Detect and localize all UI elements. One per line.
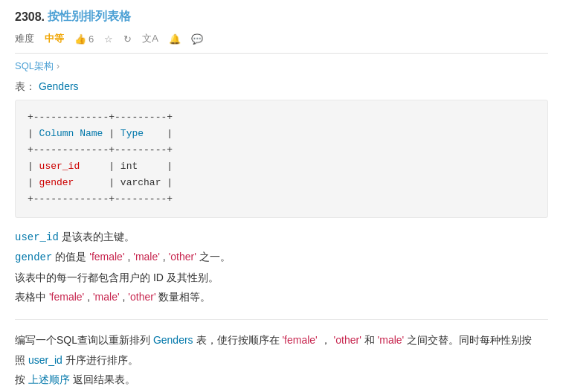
refresh-icon[interactable]: ↻ (123, 33, 132, 45)
gender-code: gender (15, 251, 52, 263)
genders-highlight: Genders (153, 334, 193, 346)
description-block: user_id 是该表的主键。 gender 的值是 'female' , 'm… (15, 227, 548, 307)
col-gender: gender (39, 177, 74, 188)
difficulty-label: 难度 (15, 32, 34, 45)
breadcrumb: SQL架构 › (15, 60, 548, 73)
table-label-row: 表： Genders (15, 80, 548, 94)
val-female: 'female' (89, 251, 124, 263)
breadcrumb-link[interactable]: SQL架构 (15, 60, 54, 73)
schema-code-block: +-------------+---------+ | Column Name … (15, 100, 548, 218)
q-female: 'female' (282, 334, 317, 346)
page-container: 2308. 按性别排列表格 难度 中等 👍 6 ☆ ↻ 文A 🔔 💬 SQL架构… (0, 0, 563, 392)
title-row: 2308. 按性别排列表格 (15, 9, 548, 25)
q-other: 'other' (334, 334, 361, 346)
breadcrumb-arrow: › (57, 61, 59, 71)
val-female2: 'female' (49, 291, 84, 303)
like-icon[interactable]: 👍 6 (74, 33, 94, 45)
task-block: 编写一个SQL查询以重新排列 Genders 表，使行按顺序在 'female'… (15, 330, 548, 392)
task-line3: 按 上述顺序 返回结果表。 (15, 370, 548, 390)
desc-line1: user_id 是该表的主键。 (15, 227, 548, 248)
bell-icon[interactable]: 🔔 (169, 33, 181, 45)
top-divider (15, 53, 548, 54)
problem-number: 2308. (15, 10, 45, 24)
col-userid: user_id (39, 161, 80, 172)
meta-row: 难度 中等 👍 6 ☆ ↻ 文A 🔔 💬 (15, 32, 548, 45)
problem-title[interactable]: 按性别排列表格 (48, 9, 131, 25)
desc-line4: 表格中 'female' , 'male' , 'other' 数量相等。 (15, 287, 548, 307)
order-highlight: 上述顺序 (28, 373, 70, 385)
thumbs-up-icon: 👍 (74, 33, 86, 45)
comment-icon[interactable]: 💬 (191, 33, 203, 45)
q-male: 'male' (378, 334, 405, 346)
val-male: 'male' (133, 251, 160, 263)
task-line2: 照 user_id 升序进行排序。 (15, 350, 548, 370)
val-other: 'other' (169, 251, 196, 263)
desc-line2: gender 的值是 'female' , 'male' , 'other' 之… (15, 247, 548, 268)
table-name: Genders (39, 80, 79, 92)
difficulty-value[interactable]: 中等 (45, 32, 64, 45)
task-line1: 编写一个SQL查询以重新排列 Genders 表，使行按顺序在 'female'… (15, 330, 548, 350)
userid-highlight: user_id (28, 354, 62, 366)
col-type-header: Type (120, 128, 144, 139)
desc-line2-text: 的值是 (55, 251, 89, 263)
desc-line1-text: 是该表的主键。 (62, 231, 135, 242)
val-other2: 'other' (128, 291, 155, 303)
table-label-text: 表： (15, 80, 36, 92)
translate-icon[interactable]: 文A (142, 32, 158, 45)
desc-line3: 该表中的每一行都包含用户的 ID 及其性别。 (15, 268, 548, 288)
like-count: 6 (89, 33, 94, 45)
col-name-header: Column Name (39, 128, 103, 139)
val-male2: 'male' (93, 291, 120, 303)
userid-code: user_id (15, 231, 59, 243)
star-icon[interactable]: ☆ (104, 33, 113, 45)
section-divider (15, 319, 548, 320)
